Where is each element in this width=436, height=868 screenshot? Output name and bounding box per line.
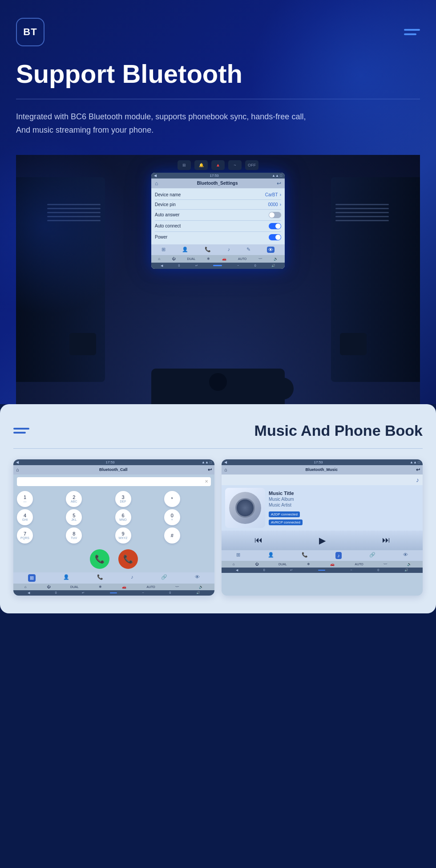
device-pin-value[interactable]: 0000 › (268, 202, 281, 207)
call-screen-card: ◀ 17:53 ▲▲ □ ⌂ Bluetooth_Call ↩ ✕ 1— 2AB… (13, 459, 214, 596)
auto-connect-label: Auto connect (155, 223, 181, 228)
dial-btn-8[interactable]: 8TUV (66, 527, 82, 544)
call-nav-music[interactable]: ♪ (131, 574, 133, 582)
nav-person-icon[interactable]: 👤 (182, 247, 188, 253)
music-fn-snow[interactable]: ❄ (307, 562, 310, 566)
fn-home[interactable]: ⌂ (158, 257, 160, 261)
music-home-icon[interactable]: ⌂ (224, 467, 227, 472)
music-nav-phone[interactable]: 📞 (302, 552, 308, 559)
screen-home-icon[interactable]: ⌂ (155, 180, 158, 187)
call-nav-phone[interactable]: 📞 (97, 574, 103, 582)
music-bs-0-2: 0 (377, 568, 379, 572)
dial-btn-3[interactable]: 3DEF (115, 491, 131, 507)
call-red-btn[interactable]: 📞 (118, 549, 138, 569)
play-pause-btn[interactable]: ▶ (319, 535, 326, 546)
call-fn-home[interactable]: ⌂ (24, 585, 27, 589)
call-nav-link[interactable]: 🔗 (161, 574, 167, 582)
call-nav-grid[interactable]: ⊞ (28, 574, 36, 582)
dial-btn-0[interactable]: 0+ (164, 509, 180, 525)
dial-btn-4[interactable]: 4GHI (17, 509, 33, 525)
call-bs-back[interactable]: ◀ (28, 591, 30, 595)
device-name-value[interactable]: CarBT › (265, 192, 281, 197)
call-home-icon[interactable]: ⌂ (16, 467, 19, 472)
music-info-title: Music Title (269, 491, 419, 496)
auto-answer-toggle[interactable] (269, 212, 281, 218)
nav-grid-icon[interactable]: ⊞ (161, 247, 166, 253)
fn-car[interactable]: 🚗 (222, 257, 226, 261)
nav-view-icon[interactable]: 👁 (267, 247, 275, 253)
slat (47, 216, 101, 217)
prev-track-btn[interactable]: ⏮ (254, 535, 262, 545)
call-fn-snow[interactable]: ❄ (99, 585, 102, 589)
music-bs-vol: 🔊 (404, 568, 408, 572)
call-actions: 📞 📞 (13, 546, 214, 572)
music-bottom-nav: ⊞ 👤 📞 ♪ 🔗 👁 (222, 550, 423, 561)
slat (47, 220, 101, 221)
music-fn-vol[interactable]: 🔊 (407, 562, 412, 566)
music-screen-card: ◀ 17:53 ▲▲ □ ⌂ Bluetooth_Music ↩ ♪ (222, 459, 423, 596)
nav-music-icon[interactable]: ♪ (227, 247, 230, 253)
call-fn-dual: DUAL (70, 585, 79, 588)
call-fn-vol[interactable]: 🔊 (199, 585, 203, 589)
fn-snow[interactable]: ❄ (207, 257, 210, 261)
call-fn-power[interactable]: ⏻ (47, 585, 50, 589)
music-nav-person[interactable]: 👤 (268, 552, 274, 559)
next-track-btn[interactable]: ⏭ (382, 535, 390, 545)
music-nav-link[interactable]: 🔗 (369, 552, 375, 559)
call-fn-wave[interactable]: 〰 (175, 585, 179, 589)
music-nav-grid[interactable]: ⊞ (236, 552, 240, 559)
music-fn-power[interactable]: ⏻ (255, 562, 258, 566)
screen-back-arrow: ◀ (154, 174, 157, 178)
music-fn-home[interactable]: ⌂ (233, 562, 235, 566)
car-top-controls: ⊞ 🔔 ▲ ~ OFF (178, 160, 258, 170)
power-toggle[interactable] (269, 234, 281, 240)
fn-vol[interactable]: 🔊 (274, 257, 278, 261)
call-bs-enter[interactable]: ↵ (82, 591, 85, 595)
dial-btn-5[interactable]: 5JKL (66, 509, 82, 525)
fn-power[interactable]: ⏻ (172, 257, 175, 261)
fn-wave[interactable]: 〰 (258, 257, 262, 261)
call-input-field[interactable]: ✕ (17, 477, 211, 486)
music-bs-back[interactable]: ◀ (236, 568, 238, 572)
screen-back-icon[interactable]: ↩ (277, 180, 281, 187)
dialpad: 1— 2ABC 3DEF * 4GHI 5JKL 6MNO (13, 489, 214, 546)
call-green-btn[interactable]: 📞 (90, 549, 109, 569)
music-fn-auto: AUTO (355, 563, 363, 566)
call-fn-car[interactable]: 🚗 (122, 585, 126, 589)
dial-btn-9[interactable]: 9WXYZ (115, 527, 131, 544)
top-btn-off: OFF (245, 160, 258, 170)
call-nav: ⌂ Bluetooth_Call ↩ (13, 465, 214, 475)
call-clear-icon[interactable]: ✕ (205, 479, 208, 484)
music-time: 17:53 (314, 460, 323, 464)
music-fn-wave[interactable]: 〰 (384, 562, 387, 566)
music-bs-enter[interactable]: ↵ (290, 568, 293, 572)
device-name-label: Device name (155, 192, 181, 197)
dial-btn-1[interactable]: 1— (17, 491, 33, 507)
call-nav-view[interactable]: 👁 (195, 574, 200, 582)
dial-btn-hash[interactable]: # (164, 527, 180, 544)
dial-btn-7[interactable]: 7PQRS (17, 527, 33, 544)
auto-connect-row: Auto connect (155, 221, 281, 232)
nav-edit-icon[interactable]: ✎ (246, 247, 250, 253)
val-0-1: 0 (178, 264, 180, 267)
music-back-icon[interactable]: ↩ (416, 467, 420, 473)
screen-function-bar: ⌂ ⏻ DUAL ❄ 🚗 AUTO 〰 🔊 (151, 255, 285, 263)
menu-button[interactable] (404, 29, 420, 35)
badge-a2dp: A2DP connected (269, 511, 300, 517)
dial-btn-star[interactable]: * (164, 491, 180, 507)
dial-btn-6[interactable]: 6MNO (115, 509, 131, 525)
call-bs-0-2: 0 (169, 591, 171, 594)
btn-enter[interactable]: ↵ (195, 264, 198, 268)
btn-back[interactable]: ◀ (161, 264, 163, 268)
hamburger-line-2 (404, 33, 416, 35)
top-btn-3: ~ (228, 160, 242, 170)
call-nav-person[interactable]: 👤 (63, 574, 69, 582)
music-nav-music[interactable]: ♪ (335, 552, 342, 559)
call-back-icon[interactable]: ↩ (208, 467, 212, 473)
music-fn-car[interactable]: 🚗 (330, 562, 335, 566)
dial-btn-2[interactable]: 2ABC (66, 491, 82, 507)
nav-phone-icon[interactable]: 📞 (205, 247, 211, 253)
music-nav-view[interactable]: 👁 (403, 552, 408, 559)
music-controls: ⏮ ▶ ⏭ (222, 531, 423, 550)
auto-connect-toggle[interactable] (269, 223, 281, 229)
